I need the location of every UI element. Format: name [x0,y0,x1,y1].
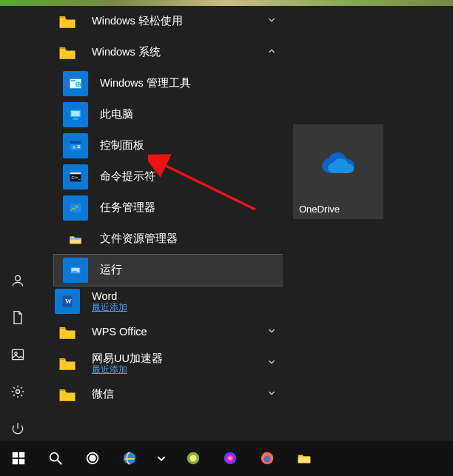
svg-rect-10 [73,119,79,120]
taskmanager-icon [63,195,88,221]
svg-rect-28 [13,452,18,457]
taskbar-edge-icon[interactable] [150,440,173,476]
item-label: Windows 轻松使用 [92,15,183,27]
cmd-icon: C:\>_ [63,164,88,190]
svg-rect-5 [71,80,76,81]
svg-point-2 [15,352,17,355]
item-label: 任务管理器 [100,201,155,214]
folder-icon [55,382,80,407]
taskbar-explorer-icon[interactable] [287,440,321,476]
chevron-down-icon [266,15,277,28]
power-icon[interactable] [6,417,30,440]
start-item-10[interactable]: WPS Office [46,317,283,348]
item-label: 命令提示符 [100,170,155,183]
item-label: 网易UU加速器 [92,352,163,365]
svg-point-32 [50,453,58,461]
svg-point-38 [224,452,237,465]
svg-point-34 [90,455,95,460]
start-item-7[interactable]: 文件资源管理器 [54,224,283,255]
start-item-9[interactable]: WWord最近添加 [46,286,283,317]
folder-icon [55,351,80,376]
svg-rect-14 [78,145,81,146]
start-item-5[interactable]: C:\>_命令提示符 [54,161,283,192]
settings-icon[interactable] [6,380,30,403]
pictures-icon[interactable] [6,343,30,366]
admintools-icon [63,71,88,96]
svg-rect-30 [13,459,18,464]
chevron-down-icon [266,326,277,339]
svg-point-40 [264,455,270,462]
svg-rect-1 [13,349,24,359]
taskbar-360-icon[interactable] [176,440,210,476]
svg-text:C:\>_: C:\>_ [71,175,80,180]
start-item-3[interactable]: 此电脑 [54,99,283,130]
thispc-icon [63,102,88,127]
svg-text:W: W [65,298,72,305]
chevron-down-icon [266,357,277,370]
start-item-2[interactable]: Windows 管理工具 [54,68,283,99]
taskbar-ie-icon[interactable] [113,440,147,476]
svg-rect-29 [19,452,24,457]
background-strip [0,0,453,6]
svg-rect-41 [298,457,311,463]
tile-label: OneDrive [293,204,340,215]
start-item-4[interactable]: 控制面板 [54,130,283,161]
item-sublabel: 最近添加 [92,365,163,375]
item-label: 微信 [92,388,114,400]
taskbar-start-button[interactable] [1,440,36,476]
folder-icon [55,320,80,345]
svg-rect-31 [19,459,24,464]
item-label: 文件资源管理器 [100,232,178,245]
svg-rect-15 [78,147,81,148]
svg-point-0 [16,275,21,281]
start-item-11[interactable]: 网易UU加速器最近添加 [46,348,283,379]
run-icon [63,258,88,283]
controlpanel-icon [63,133,88,158]
svg-point-13 [73,145,76,149]
start-app-list: Windows 轻松使用Windows 系统Windows 管理工具此电脑控制面… [46,6,283,440]
start-rail [0,6,36,445]
word-icon: W [55,289,80,314]
folder-icon [55,9,80,34]
svg-rect-21 [70,238,81,240]
item-label: Word [92,290,127,303]
taskbar-firefox-icon[interactable] [250,440,284,476]
start-item-6[interactable]: 任务管理器 [54,192,283,224]
explorer-icon [63,227,88,252]
onedrive-icon [318,124,358,204]
start-item-0[interactable]: Windows 轻松使用 [46,6,283,37]
svg-point-37 [189,455,196,461]
item-sublabel: 最近添加 [92,303,127,312]
tile-onedrive[interactable]: OneDrive [293,124,383,219]
start-menu: Windows 轻松使用Windows 系统Windows 管理工具此电脑控制面… [0,6,453,440]
item-label: 运行 [100,264,122,276]
item-label: 控制面板 [100,139,144,152]
item-label: Windows 管理工具 [100,77,191,90]
taskbar-search-icon[interactable] [38,440,73,476]
user-icon[interactable] [6,269,30,292]
folder-icon [55,40,80,65]
taskbar [0,440,453,476]
item-label: WPS Office [92,326,147,338]
taskbar-cortana-icon[interactable] [76,440,110,476]
svg-rect-9 [74,118,78,119]
item-label: Windows 系统 [92,46,161,58]
taskbar-browser-icon[interactable] [213,440,247,476]
start-item-8[interactable]: 运行 [54,255,283,286]
svg-rect-17 [70,172,81,175]
documents-icon[interactable] [6,306,30,329]
start-item-1[interactable]: Windows 系统 [46,37,283,68]
start-item-12[interactable]: 微信 [46,379,283,410]
chevron-up-icon [266,46,277,59]
svg-point-3 [16,390,20,394]
item-label: 此电脑 [100,108,133,121]
svg-rect-24 [73,271,77,272]
svg-rect-8 [71,111,79,116]
chevron-down-icon [266,388,277,401]
svg-rect-12 [70,141,81,144]
